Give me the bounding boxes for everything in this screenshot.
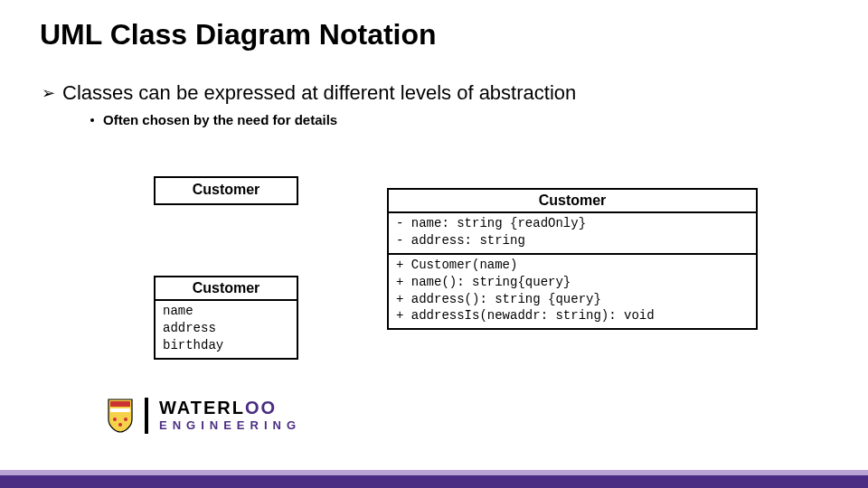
bullet-sub-text: Often chosen by the need for details (103, 112, 337, 127)
uml-attr: - address: string (396, 232, 749, 249)
uml-class-detailed: Customer - name: string {readOnly} - add… (387, 188, 758, 330)
brand-wordmark-line1: WATERLOO (159, 398, 301, 418)
bullet-main-text: Classes can be expressed at different le… (62, 81, 576, 105)
shield-icon (107, 398, 134, 434)
footer-bar-dark (0, 475, 868, 488)
uml-class-mid: Customer name address birthday (154, 276, 298, 360)
uml-attributes: name address birthday (156, 299, 297, 358)
slide: UML Class Diagram Notation ➢ Classes can… (0, 0, 868, 488)
uml-op: + Customer(name) (396, 257, 749, 274)
bullet-main: ➢ Classes can be expressed at different … (42, 81, 576, 105)
brand-separator (145, 398, 148, 434)
uml-op: + addressIs(newaddr: string): void (396, 307, 749, 324)
brand-logo: WATERLOO ENGINEERING (107, 398, 315, 434)
uml-class-name: Customer (389, 190, 756, 211)
uml-operations: + Customer(name) + name(): string{query}… (389, 253, 756, 329)
uml-attr: address (163, 320, 289, 337)
uml-class-name: Customer (156, 277, 297, 299)
svg-point-1 (124, 418, 127, 421)
uml-class-name: Customer (156, 178, 297, 203)
svg-point-0 (113, 418, 117, 421)
uml-attr: birthday (163, 337, 289, 354)
svg-point-2 (118, 423, 122, 427)
uml-attr: name (163, 303, 289, 320)
brand-text-pre: WATERL (159, 398, 245, 418)
bullet-dot-icon (90, 118, 94, 122)
uml-attributes: - name: string {readOnly} - address: str… (389, 211, 756, 253)
brand-text-oo: OO (245, 398, 277, 418)
bullet-sub: Often chosen by the need for details (90, 112, 337, 127)
brand-wordmark-line2: ENGINEERING (159, 418, 301, 432)
uml-op: + address(): string {query} (396, 291, 749, 308)
uml-op: + name(): string{query} (396, 274, 749, 291)
uml-attr: - name: string {readOnly} (396, 215, 749, 232)
chevron-right-icon: ➢ (42, 83, 55, 103)
footer-bar (0, 468, 868, 488)
page-title: UML Class Diagram Notation (40, 18, 437, 52)
uml-class-simple: Customer (154, 176, 298, 205)
